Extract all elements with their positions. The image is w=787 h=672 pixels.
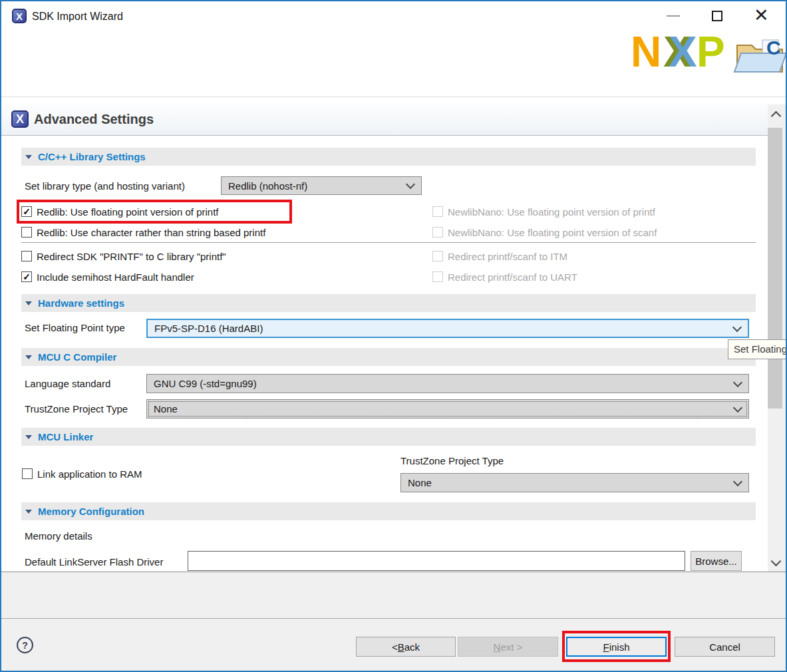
checkbox-link-ram[interactable]: Link application to RAM — [22, 465, 142, 482]
library-type-dropdown[interactable]: Redlib (nohost-nf) — [221, 176, 422, 195]
scrollbar-down-icon[interactable] — [771, 556, 782, 567]
chevron-down-icon — [733, 377, 742, 387]
collapse-triangle-icon — [25, 301, 32, 305]
checkbox-box[interactable] — [21, 271, 32, 282]
section-mcu-linker[interactable]: MCU Linker — [21, 428, 756, 446]
fp-type-dropdown[interactable]: FPv5-SP-D16 (HardABI) — [146, 319, 749, 338]
checkbox-box — [432, 271, 443, 282]
maximize-icon[interactable] — [712, 11, 722, 21]
checkbox-redlib-float-printf[interactable]: Redlib: Use floating point version of pr… — [21, 203, 218, 220]
scrollbar-up-icon[interactable] — [771, 111, 782, 122]
section-library-settings[interactable]: C/C++ Library Settings — [21, 148, 756, 166]
scrollbar-thumb[interactable] — [768, 128, 782, 409]
checkbox-box[interactable] — [22, 468, 33, 479]
browse-button[interactable]: Browse... — [691, 551, 742, 571]
fp-type-label: Set Floating Point type — [25, 322, 125, 333]
checkbox-redirect-itm: Redirect printf/scanf to ITM — [432, 248, 567, 265]
section-title: MCU C Compiler — [38, 351, 116, 363]
chevron-down-icon — [732, 322, 742, 331]
flash-driver-input[interactable] — [188, 551, 685, 571]
back-button[interactable]: < Back — [356, 637, 456, 657]
help-button[interactable]: ? — [17, 637, 33, 653]
checkbox-box[interactable] — [21, 206, 32, 217]
checkbox-box — [432, 251, 443, 261]
nxp-logo-n: N — [631, 31, 660, 73]
checkbox-semihost-hardfault[interactable]: Include semihost HardFault handler — [21, 268, 194, 285]
sdk-import-wizard-window: X SDK Import Wizard ✕ N X X P C X Advanc… — [0, 0, 787, 672]
trustzone-type-label: TrustZone Project Type — [25, 403, 128, 415]
footer-region — [1, 572, 787, 672]
cancel-button[interactable]: Cancel — [675, 637, 775, 657]
collapse-triangle-icon — [25, 510, 32, 514]
checkbox-newlibnano-printf: NewlibNano: Use floating point version o… — [432, 203, 655, 220]
next-button: Next > — [458, 637, 558, 657]
section-memory-configuration[interactable]: Memory Configuration — [21, 502, 756, 520]
chevron-down-icon — [733, 476, 742, 486]
linker-trustzone-dropdown[interactable]: None — [400, 473, 749, 492]
tooltip: Set Floating — [728, 339, 787, 359]
footer-divider — [1, 618, 787, 619]
checkbox-group-divider — [21, 242, 756, 243]
minimize-icon[interactable] — [667, 15, 680, 17]
trustzone-type-dropdown[interactable]: None — [146, 399, 749, 419]
checkbox-newlibnano-scanf: NewlibNano: Use floating point version o… — [432, 224, 657, 241]
folder-letter: C — [766, 37, 781, 59]
checkbox-redirect-sdk-printf[interactable]: Redirect SDK "PRINTF" to C library "prin… — [21, 248, 226, 265]
window-title: SDK Import Wizard — [32, 11, 123, 23]
language-standard-label: Language standard — [25, 378, 110, 389]
checkbox-box[interactable] — [21, 251, 32, 261]
folder-c-icon: C — [733, 35, 787, 79]
library-type-label: Set library type (and hosting variant) — [25, 180, 185, 192]
scrollbar[interactable] — [768, 104, 787, 572]
chevron-down-icon — [733, 403, 742, 412]
section-hardware-settings[interactable]: Hardware settings — [21, 294, 756, 312]
close-icon[interactable]: ✕ — [754, 5, 769, 25]
checkbox-box — [432, 206, 443, 217]
page-title: Advanced Settings — [34, 112, 154, 127]
section-title: MCU Linker — [38, 431, 93, 442]
app-icon: X — [12, 9, 27, 23]
checkbox-box[interactable] — [21, 227, 32, 238]
nxp-logo-x-blue: X — [669, 31, 696, 73]
section-title: C/C++ Library Settings — [38, 151, 146, 162]
collapse-triangle-icon — [25, 155, 32, 159]
nxp-logo-p: P — [697, 31, 724, 73]
memory-details-label: Memory details — [25, 530, 92, 542]
checkbox-box — [432, 227, 443, 238]
chevron-down-icon — [406, 180, 415, 189]
section-title: Memory Configuration — [38, 506, 144, 517]
section-title: Hardware settings — [38, 297, 124, 309]
section-mcu-c-compiler[interactable]: MCU C Compiler — [21, 348, 756, 366]
checkbox-redlib-char-printf[interactable]: Redlib: Use character rather than string… — [21, 224, 265, 241]
top-divider — [1, 96, 787, 97]
flash-driver-label: Default LinkServer Flash Driver — [25, 556, 163, 568]
checkbox-redirect-uart: Redirect printf/scanf to UART — [432, 268, 577, 285]
linker-trustzone-label: TrustZone Project Type — [400, 455, 504, 466]
collapse-triangle-icon — [25, 435, 32, 439]
language-standard-dropdown[interactable]: GNU C99 (-std=gnu99) — [146, 374, 749, 393]
finish-button[interactable]: Finish — [566, 637, 667, 657]
wizard-page-icon: X — [11, 110, 29, 128]
collapse-triangle-icon — [25, 355, 32, 359]
